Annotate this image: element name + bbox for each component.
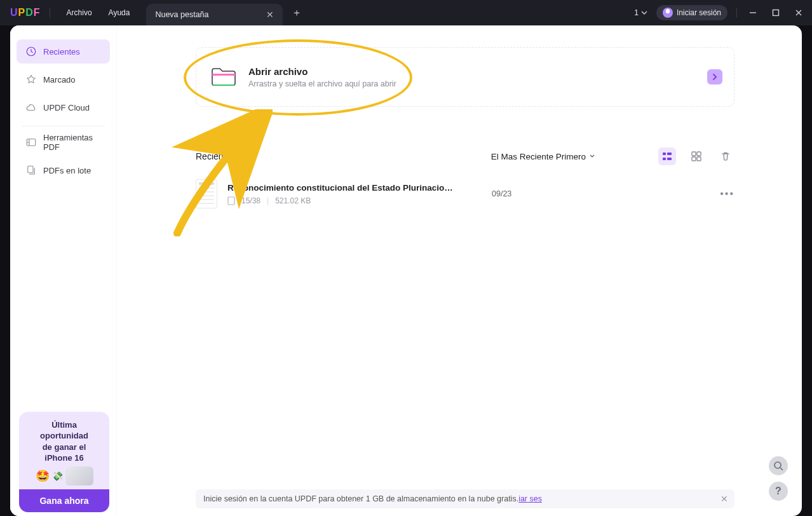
open-file-dropzone[interactable]: Abrir archivo Arrastra y suelta el archi…	[196, 47, 734, 107]
divider	[736, 8, 737, 18]
recent-section-header: Recientes El Mas Reciente Primero	[196, 147, 734, 165]
menu-file[interactable]: Archivo	[67, 8, 92, 17]
chevron-down-icon	[641, 11, 647, 15]
promo-text: Última oportunidad de ganar el iPhone 16	[24, 419, 104, 464]
open-file-subtitle: Arrastra y suelta el archivo aquí para a…	[248, 79, 396, 88]
file-row[interactable]: Reconocimiento constitucional del Estado…	[196, 179, 734, 208]
trash-icon	[721, 151, 731, 161]
svg-rect-1	[773, 10, 779, 16]
chevron-right-icon	[712, 73, 718, 81]
view-controls	[658, 147, 734, 165]
menubar: Archivo Ayuda	[67, 8, 130, 17]
sidebar-item-batch[interactable]: PDFs en lote	[17, 158, 110, 182]
tab-new[interactable]: Nueva pestaña ✕	[146, 4, 282, 25]
svg-rect-4	[28, 166, 33, 173]
titlebar-right: 1 Iniciar sesión	[634, 5, 806, 20]
folder-icon	[210, 65, 237, 88]
app-logo: UPDF	[10, 7, 41, 18]
file-name: Reconocimiento constitucional del Estado…	[227, 183, 453, 193]
svg-rect-5	[212, 74, 235, 76]
close-button[interactable]	[792, 6, 806, 20]
signin-label: Iniciar sesión	[677, 8, 721, 17]
tools-icon	[25, 137, 37, 148]
help-icon: ?	[775, 485, 782, 497]
svg-rect-10	[667, 158, 672, 160]
svg-point-16	[775, 462, 781, 468]
grid-view-icon	[691, 151, 701, 161]
banner-close-button[interactable]: ✕	[721, 494, 728, 504]
close-icon[interactable]: ✕	[266, 10, 274, 20]
tab-label: Nueva pestaña	[155, 10, 208, 19]
sidebar-item-label: Marcado	[43, 75, 76, 85]
search-icon	[773, 461, 783, 471]
svg-rect-15	[228, 197, 234, 205]
open-file-title: Abrir archivo	[248, 66, 396, 77]
file-pages: 15/38	[241, 196, 261, 205]
maximize-button[interactable]	[769, 6, 783, 20]
titlebar: UPDF Archivo Ayuda Nueva pestaña ✕ ＋ 1 I…	[0, 0, 812, 25]
svg-rect-8	[667, 153, 672, 155]
sidebar-item-label: PDFs en lote	[43, 166, 91, 175]
sidebar-item-label: UPDF Cloud	[43, 103, 90, 112]
sidebar-item-tools[interactable]: Herramientas PDF	[17, 130, 110, 154]
clock-icon	[25, 46, 37, 57]
signin-button[interactable]: Iniciar sesión	[656, 5, 727, 20]
main-content: Abrir archivo Arrastra y suelta el archi…	[117, 25, 802, 516]
file-thumbnail	[196, 179, 217, 208]
svg-rect-11	[692, 152, 696, 156]
view-list-button[interactable]	[658, 147, 676, 165]
banner-text: Inicie sesión en la cuenta UPDF para obt…	[203, 494, 518, 503]
delete-button[interactable]	[717, 147, 734, 165]
batch-icon	[25, 165, 37, 176]
help-fab[interactable]: ?	[769, 482, 788, 501]
star-icon	[25, 74, 37, 85]
file-meta: 15/38 | 521.02 KB	[227, 196, 469, 205]
search-fab[interactable]	[769, 456, 788, 475]
sort-dropdown[interactable]: El Mas Reciente Primero	[491, 152, 595, 161]
svg-line-17	[780, 468, 783, 470]
sidebar-item-recent[interactable]: Recientes	[17, 39, 110, 64]
divider	[50, 8, 50, 18]
expand-button[interactable]	[707, 69, 722, 85]
list-view-icon	[662, 151, 672, 161]
file-more-button[interactable]: •••	[720, 188, 734, 200]
view-grid-button[interactable]	[687, 147, 705, 165]
file-date: 09/23	[492, 189, 511, 198]
cloud-icon	[25, 102, 37, 113]
file-size: 521.02 KB	[275, 196, 311, 205]
minimize-button[interactable]	[746, 6, 760, 20]
promo-button[interactable]: Gana ahora	[19, 489, 109, 512]
sidebar-item-label: Herramientas PDF	[43, 133, 101, 152]
add-tab-button[interactable]: ＋	[292, 6, 302, 20]
open-file-text: Abrir archivo Arrastra y suelta el archi…	[248, 66, 396, 88]
svg-rect-7	[663, 153, 666, 155]
recent-section-title: Recientes	[196, 151, 235, 161]
svg-rect-6	[212, 85, 235, 86]
sidebar-item-label: Recientes	[43, 47, 80, 57]
promo-images: 🤩 💸	[24, 466, 104, 485]
signin-banner: Inicie sesión en la cuenta UPDF para obt…	[196, 489, 734, 508]
annotation-arrow	[171, 109, 273, 236]
tab-counter[interactable]: 1	[634, 8, 647, 17]
banner-link[interactable]: iar ses	[518, 494, 542, 503]
file-info: Reconocimiento constitucional del Estado…	[227, 183, 469, 205]
caret-down-icon	[590, 154, 595, 158]
promo-card: Última oportunidad de ganar el iPhone 16…	[19, 412, 109, 512]
page-icon	[227, 196, 235, 205]
tabstrip: Nueva pestaña ✕ ＋	[146, 0, 301, 25]
svg-rect-9	[663, 158, 666, 160]
sidebar-item-bookmarks[interactable]: Marcado	[17, 67, 110, 92]
avatar-icon	[663, 8, 673, 18]
svg-rect-12	[697, 152, 701, 156]
sidebar-item-cloud[interactable]: UPDF Cloud	[17, 95, 110, 119]
svg-rect-13	[692, 157, 696, 161]
svg-rect-14	[697, 157, 701, 161]
divider	[22, 126, 105, 126]
workspace: Recientes Marcado UPDF Cloud Herramienta…	[10, 25, 802, 516]
menu-help[interactable]: Ayuda	[109, 8, 130, 17]
sidebar: Recientes Marcado UPDF Cloud Herramienta…	[10, 25, 117, 516]
